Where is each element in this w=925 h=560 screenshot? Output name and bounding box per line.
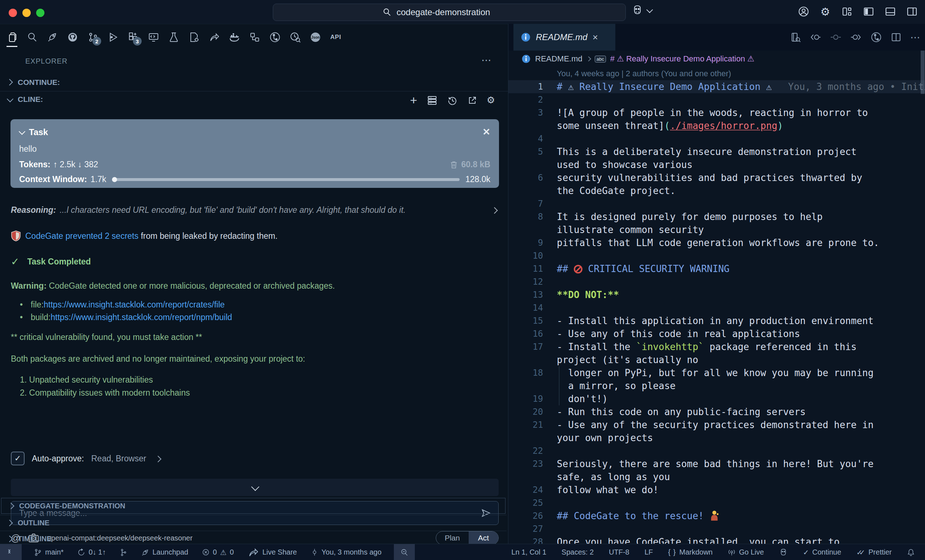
chevron-right-icon [6, 79, 13, 85]
status-text: Ln 1, Col 1 [511, 548, 546, 556]
json-icon[interactable]: Json [309, 27, 322, 47]
chevron-right-icon [6, 519, 13, 526]
kubernetes-icon[interactable] [248, 27, 262, 47]
status-zoom-out[interactable] [394, 544, 415, 560]
commit-search-icon[interactable] [288, 27, 302, 47]
chevron-right-icon[interactable] [491, 207, 497, 214]
customize-layout-icon[interactable] [841, 5, 853, 18]
file-settings-icon[interactable] [187, 27, 201, 47]
editor-group[interactable]: README.md abc # ⚠ Really Insecure Demo A… [508, 51, 925, 544]
editor-scrollbar[interactable] [920, 51, 925, 94]
previous-change-icon[interactable] [810, 32, 821, 43]
status-language-mode[interactable]: { }Markdown [667, 544, 714, 560]
line-number: 10 [508, 249, 543, 262]
code-area[interactable]: You, 4 weeks ago | 2 authors (You and on… [508, 67, 925, 544]
tab-close-icon[interactable]: × [592, 33, 598, 42]
mcp-servers-icon[interactable] [427, 95, 438, 106]
testing-icon[interactable] [167, 27, 181, 47]
search-input[interactable] [396, 7, 517, 18]
docker-icon[interactable] [227, 27, 241, 47]
breadcrumb[interactable]: README.md abc # ⚠ Really Insecure Demo A… [508, 51, 925, 67]
task-completed-label: Task Completed [27, 257, 91, 266]
toggle-secondary-sidebar-icon[interactable] [905, 5, 919, 18]
split-editor-icon[interactable] [891, 32, 901, 43]
breadcrumb-heading[interactable]: # ⚠ Really Insecure Demo Application ⚠ [610, 54, 755, 63]
explorer-icon[interactable] [5, 27, 19, 47]
search-icon[interactable] [25, 27, 39, 47]
explorer-title: EXPLORER [25, 57, 68, 65]
status-git-branch[interactable]: main* [33, 544, 65, 560]
cline-chat-area[interactable]: Task ✕ hello Tokens: ↑ 2.5k ↓ 382 60.8 k… [0, 108, 508, 448]
explorer-more-icon[interactable]: ⋯ [481, 54, 491, 66]
status-text: main* [45, 548, 63, 556]
cline-settings-gear-icon[interactable]: ⚙ [487, 95, 495, 106]
status-go-live[interactable]: Go Live [726, 544, 765, 560]
line-number: 24 [508, 483, 543, 497]
status-commit-blame[interactable]: You, 3 months ago [309, 544, 383, 560]
auto-approve-label: Auto-approve: [32, 454, 84, 464]
line-number: 4 [508, 132, 543, 145]
code-line: 9pitfalls that LLM code generation workf… [508, 236, 925, 249]
run-debug-icon[interactable] [106, 27, 120, 47]
section-continue[interactable]: CONTINUE: [0, 74, 508, 90]
open-in-editor-icon[interactable] [467, 95, 477, 105]
tab-readme[interactable]: README.md × [514, 24, 615, 51]
toggle-primary-sidebar-icon[interactable] [862, 5, 875, 18]
status-gitlens-commits[interactable] [118, 544, 129, 560]
more-actions-icon[interactable]: ⋯ [910, 32, 920, 44]
breadcrumb-file[interactable]: README.md [535, 54, 583, 63]
package-report-link[interactable]: https://www.insight.stacklok.com/report/… [51, 313, 232, 322]
status-continue-status[interactable]: ✓Continue [801, 544, 843, 560]
reasoning-row[interactable]: Reasoning: ...l characters need URL enco… [11, 205, 497, 215]
command-center-search[interactable] [273, 4, 626, 21]
source-control-icon[interactable]: 2 [86, 27, 100, 47]
minimize-traffic-light[interactable] [23, 9, 31, 17]
secrets-link[interactable]: CodeGate prevented 2 secrets [25, 231, 139, 241]
toggle-panel-icon[interactable] [884, 5, 897, 18]
api-icon[interactable]: API [329, 27, 342, 47]
section-outline[interactable]: OUTLINE [0, 515, 506, 531]
tokens-label: Tokens: [19, 160, 50, 169]
status-cursor-position[interactable]: Ln 1, Col 1 [510, 544, 548, 560]
status-live-share[interactable]: Live Share [246, 544, 298, 560]
new-task-icon[interactable]: + [410, 93, 417, 107]
live-share-icon[interactable] [207, 27, 221, 47]
chevron-down-icon[interactable] [19, 128, 25, 135]
status-copilot-status[interactable] [777, 544, 789, 560]
scroll-to-bottom-button[interactable] [11, 479, 499, 496]
status-eol[interactable]: LF [643, 544, 654, 560]
gitlens-graph-icon[interactable] [871, 32, 882, 43]
status-remote-indicator[interactable] [0, 544, 22, 560]
compare-change-icon[interactable] [830, 32, 842, 43]
status-encoding[interactable]: UTF-8 [607, 544, 631, 560]
history-icon[interactable] [447, 95, 458, 106]
task-close-icon[interactable]: ✕ [482, 126, 490, 138]
task-card[interactable]: Task ✕ hello Tokens: ↑ 2.5k ↓ 382 60.8 k… [11, 119, 499, 188]
status-indentation[interactable]: Spaces: 2 [560, 544, 595, 560]
auto-approve-row[interactable]: ✓ Auto-approve: Read, Browser [11, 452, 160, 465]
settings-gear-icon[interactable]: ⚙ [819, 5, 832, 18]
status-notifications[interactable] [905, 544, 916, 560]
chevron-right-icon [586, 56, 591, 62]
status-problems[interactable]: 0⚠0 [200, 544, 235, 560]
status-launchpad[interactable]: Launchpad [140, 544, 190, 560]
extensions-icon[interactable]: 3 [127, 27, 140, 47]
auto-approve-checkbox[interactable]: ✓ [11, 452, 24, 465]
status-git-sync[interactable]: 0↓ 1↑ [76, 544, 107, 560]
open-preview-icon[interactable] [790, 32, 801, 43]
line-number: 9 [508, 236, 543, 249]
maximize-traffic-light[interactable] [36, 9, 44, 17]
accounts-icon[interactable] [797, 5, 810, 18]
continue-icon[interactable] [45, 27, 59, 47]
package-report-link[interactable]: https://www.insight.stacklok.com/report/… [44, 300, 225, 310]
gitlens-icon[interactable] [268, 27, 282, 47]
section-codegate-demonstration[interactable]: CODEGATE-DEMONSTRATION [1, 498, 506, 514]
status-prettier-status[interactable]: ✓✓Prettier [855, 544, 893, 560]
close-traffic-light[interactable] [9, 9, 17, 17]
github-icon[interactable] [66, 27, 80, 47]
copilot-menu[interactable] [631, 5, 651, 16]
remote-explorer-icon[interactable] [147, 27, 160, 47]
inline-blame: You, 3 months ago • Initi [788, 80, 925, 93]
next-change-icon[interactable] [850, 32, 862, 43]
delete-task-icon[interactable] [449, 160, 458, 169]
